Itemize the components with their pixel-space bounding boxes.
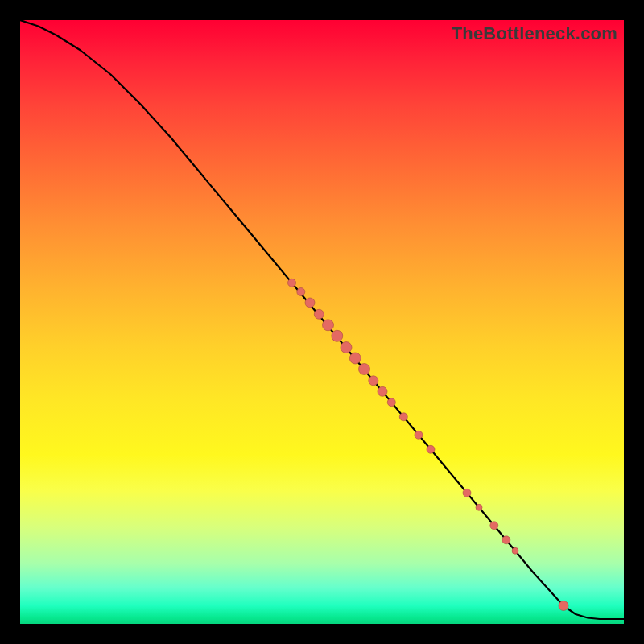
data-point bbox=[387, 398, 395, 407]
line-series bbox=[20, 20, 624, 619]
data-point bbox=[323, 320, 334, 331]
data-point bbox=[332, 330, 343, 341]
data-point bbox=[288, 279, 296, 287]
data-point bbox=[369, 376, 378, 386]
data-point bbox=[476, 504, 482, 510]
chart-stage: TheBottleneck.com bbox=[0, 0, 644, 644]
data-point bbox=[490, 522, 498, 530]
data-point bbox=[359, 364, 370, 375]
plot-area: TheBottleneck.com bbox=[20, 20, 624, 624]
data-point bbox=[502, 536, 510, 544]
data-point bbox=[399, 413, 407, 421]
data-point bbox=[512, 547, 518, 554]
data-point bbox=[305, 298, 315, 308]
scatter-series bbox=[288, 279, 569, 610]
data-point bbox=[463, 489, 471, 497]
data-point bbox=[559, 601, 568, 611]
data-point bbox=[341, 342, 352, 353]
data-point bbox=[297, 288, 305, 296]
data-point bbox=[427, 445, 435, 453]
data-point bbox=[415, 431, 423, 439]
data-point bbox=[349, 353, 361, 364]
data-point bbox=[314, 309, 324, 319]
chart-overlay bbox=[20, 20, 624, 624]
data-point bbox=[378, 386, 387, 396]
